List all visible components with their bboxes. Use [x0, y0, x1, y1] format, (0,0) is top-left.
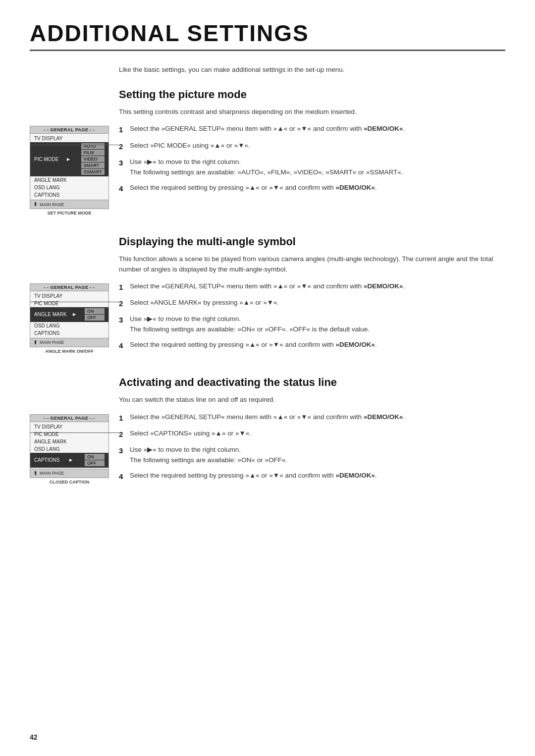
menu-item-picture-mode-1: PIC MODE▶AUTOFILMVIDEOSMARTSSMART — [30, 142, 108, 176]
step-text-status-line-1: Select »CAPTIONS« using »▲« or »▼«. — [130, 429, 505, 439]
sub-item-status-line-1: OFF — [85, 460, 105, 466]
menu-item-status-line-2: ANGLE MARK — [30, 438, 108, 445]
content-row-multi-angle: - - GENERAL PAGE - -TV DISPLAYPIC MODEAN… — [30, 281, 505, 357]
menu-widget-multi-angle: - - GENERAL PAGE - -TV DISPLAYPIC MODEAN… — [30, 283, 109, 347]
step-text-multi-angle-0: Select the »GENERAL SETUP« menu item wit… — [130, 281, 505, 292]
step-text-multi-angle-3: Select the required setting by pressing … — [130, 340, 505, 350]
sub-item-picture-mode-3: SMART — [81, 162, 105, 168]
section-multi-angle: Displaying the multi-angle symbolThis fu… — [30, 235, 505, 356]
section-intro-picture-mode: This setting controls contrast and sharp… — [119, 107, 505, 117]
section-title-status-line: Activating and deactivating the status l… — [119, 376, 505, 389]
sub-item-picture-mode-1: FILM — [81, 150, 105, 156]
menu-footer-multi-angle: ⬆MAIN PAGE — [30, 338, 108, 347]
step-number-picture-mode-0: 1 — [119, 124, 130, 135]
menu-item-picture-mode-3: OSD LANG — [30, 184, 108, 191]
step-item-multi-angle-2: 3Use »▶« to move to the right column.The… — [119, 314, 505, 335]
menu-item-label-status-line-4: CAPTIONS — [34, 457, 59, 463]
step-number-multi-angle-2: 3 — [119, 314, 130, 325]
menu-item-label-status-line-0: TV DISPLAY — [34, 424, 62, 430]
menu-item-label-multi-angle-2: ANGLE MARK — [34, 312, 67, 317]
menu-item-multi-angle-1: PIC MODE — [30, 300, 108, 307]
step-number-status-line-0: 1 — [119, 412, 130, 424]
sub-col-status-line: ONOFF — [85, 454, 105, 467]
step-item-status-line-0: 1Select the »GENERAL SETUP« menu item wi… — [119, 412, 505, 424]
steps-col-status-line: 1Select the »GENERAL SETUP« menu item wi… — [119, 412, 505, 487]
step-item-picture-mode-2: 3Use »▶« to move to the right column.The… — [119, 157, 505, 178]
step-number-multi-angle-1: 2 — [119, 298, 130, 309]
step-item-multi-angle-3: 4Select the required setting by pressing… — [119, 340, 505, 351]
menu-widget-picture-mode: - - GENERAL PAGE - -TV DISPLAYPIC MODE▶A… — [30, 126, 109, 209]
step-text-status-line-0: Select the »GENERAL SETUP« menu item wit… — [130, 412, 505, 423]
menu-item-picture-mode-0: TV DISPLAY — [30, 135, 108, 142]
menu-item-multi-angle-3: OSD LANG — [30, 322, 108, 329]
menu-item-label-picture-mode-3: OSD LANG — [34, 185, 60, 190]
menu-caption-status-line: CLOSED CAPTION — [30, 480, 109, 485]
page: ADDITIONAL SETTINGS Like the basic setti… — [0, 0, 535, 756]
step-text-multi-angle-2: Use »▶« to move to the right column.The … — [130, 314, 505, 335]
step-text-status-line-3: Select the required setting by pressing … — [130, 471, 505, 481]
sub-item-picture-mode-2: VIDEO — [81, 156, 105, 162]
step-text-multi-angle-1: Select »ANGLE MARK« by pressing »▲« or »… — [130, 298, 505, 308]
menu-header-status-line: - - GENERAL PAGE - - — [30, 415, 108, 422]
step-item-status-line-2: 3Use »▶« to move to the right column.The… — [119, 445, 505, 466]
menu-header-picture-mode: - - GENERAL PAGE - - — [30, 126, 108, 134]
menu-item-status-line-4: CAPTIONS▶ONOFF — [30, 453, 108, 468]
step-item-picture-mode-1: 2Select »PIC MODE« using »▲« or »▼«. — [119, 141, 505, 152]
menu-item-label-status-line-2: ANGLE MARK — [34, 439, 67, 444]
sub-item-picture-mode-4: SSMART — [81, 169, 105, 175]
step-number-picture-mode-1: 2 — [119, 141, 130, 152]
step-number-multi-angle-3: 4 — [119, 340, 130, 351]
steps-list-multi-angle: 1Select the »GENERAL SETUP« menu item wi… — [119, 281, 505, 352]
step-text-picture-mode-0: Select the »GENERAL SETUP« menu item wit… — [130, 124, 505, 134]
home-icon-picture-mode: ⬆ — [33, 201, 38, 208]
menu-footer-label-multi-angle: MAIN PAGE — [40, 340, 64, 345]
menu-item-status-line-0: TV DISPLAY — [30, 423, 108, 431]
steps-list-picture-mode: 1Select the »GENERAL SETUP« menu item wi… — [119, 124, 505, 194]
menu-item-label-picture-mode-0: TV DISPLAY — [34, 136, 62, 141]
menu-footer-label-picture-mode: MAIN PAGE — [40, 202, 64, 207]
menu-col-status-line: - - GENERAL PAGE - -TV DISPLAYPIC MODEAN… — [30, 412, 119, 485]
page-number: 42 — [30, 733, 38, 741]
step-text-picture-mode-1: Select »PIC MODE« using »▲« or »▼«. — [130, 141, 505, 151]
menu-footer-status-line: ⬆MAIN PAGE — [30, 469, 108, 478]
step-number-status-line-3: 4 — [119, 471, 130, 482]
home-icon-status-line: ⬆ — [33, 470, 38, 477]
step-item-picture-mode-0: 1Select the »GENERAL SETUP« menu item wi… — [119, 124, 505, 135]
sub-item-multi-angle-1: OFF — [85, 315, 105, 321]
connector-line-picture-mode — [30, 145, 119, 145]
sub-item-multi-angle-0: ON — [85, 308, 105, 314]
step-text-status-line-2: Use »▶« to move to the right column.The … — [130, 445, 505, 466]
step-number-picture-mode-2: 3 — [119, 157, 130, 168]
step-text-picture-mode-2: Use »▶« to move to the right column.The … — [130, 157, 505, 178]
menu-item-picture-mode-4: CAPTIONS — [30, 191, 108, 199]
page-title: ADDITIONAL SETTINGS — [30, 20, 505, 51]
sub-col-multi-angle: ONOFF — [85, 308, 105, 321]
step-number-multi-angle-0: 1 — [119, 281, 130, 293]
step-item-multi-angle-0: 1Select the »GENERAL SETUP« menu item wi… — [119, 281, 505, 293]
step-number-status-line-2: 3 — [119, 445, 130, 456]
step-item-multi-angle-1: 2Select »ANGLE MARK« by pressing »▲« or … — [119, 298, 505, 309]
menu-arrow-multi-angle: ▶ — [73, 312, 76, 317]
menu-caption-picture-mode: SET PICTURE MODE — [30, 211, 109, 216]
content-row-picture-mode: - - GENERAL PAGE - -TV DISPLAYPIC MODE▶A… — [30, 124, 505, 216]
step-item-status-line-1: 2Select »CAPTIONS« using »▲« or »▼«. — [119, 429, 505, 440]
section-status-line: Activating and deactivating the status l… — [30, 376, 505, 487]
menu-arrow-status-line: ▶ — [69, 458, 72, 462]
menu-item-label-picture-mode-2: ANGLE MARK — [34, 177, 67, 183]
menu-item-label-multi-angle-0: TV DISPLAY — [34, 293, 62, 299]
steps-col-picture-mode: 1Select the »GENERAL SETUP« menu item wi… — [119, 124, 505, 199]
menu-item-label-multi-angle-4: CAPTIONS — [34, 330, 59, 336]
menu-widget-status-line: - - GENERAL PAGE - -TV DISPLAYPIC MODEAN… — [30, 414, 109, 478]
menu-item-label-picture-mode-4: CAPTIONS — [34, 192, 59, 198]
menu-item-multi-angle-4: CAPTIONS — [30, 329, 108, 337]
menu-item-multi-angle-0: TV DISPLAY — [30, 292, 108, 300]
section-picture-mode: Setting the picture modeThis setting con… — [30, 88, 505, 216]
home-icon-multi-angle: ⬆ — [33, 339, 38, 346]
step-item-status-line-3: 4Select the required setting by pressing… — [119, 471, 505, 482]
section-title-multi-angle: Displaying the multi-angle symbol — [119, 235, 505, 248]
section-title-picture-mode: Setting the picture mode — [119, 88, 505, 101]
sub-item-status-line-0: ON — [85, 454, 105, 460]
connector-line-status-line — [30, 432, 119, 433]
menu-footer-label-status-line: MAIN PAGE — [40, 471, 64, 476]
menu-col-picture-mode: - - GENERAL PAGE - -TV DISPLAYPIC MODE▶A… — [30, 124, 119, 216]
